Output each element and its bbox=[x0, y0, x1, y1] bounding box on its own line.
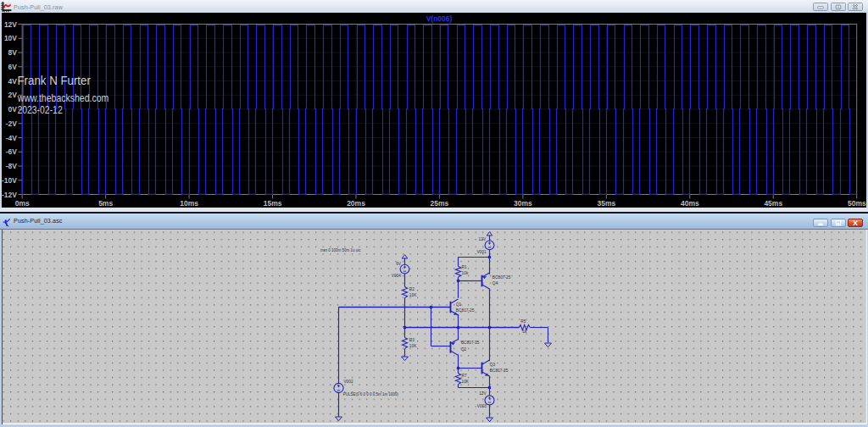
svg-text:V003: V003 bbox=[477, 404, 487, 408]
svg-text:R1: R1 bbox=[462, 265, 467, 269]
svg-text:10k: 10k bbox=[462, 271, 469, 275]
svg-text:0ms: 0ms bbox=[15, 199, 30, 208]
svg-text:15ms: 15ms bbox=[264, 199, 282, 208]
svg-text:4V: 4V bbox=[8, 77, 18, 86]
svg-text:-6V: -6V bbox=[6, 147, 18, 156]
svg-text:BC807-25: BC807-25 bbox=[461, 341, 480, 345]
svg-text:10V: 10V bbox=[4, 34, 17, 42]
svg-text:Q3: Q3 bbox=[490, 363, 496, 367]
svg-text:20ms: 20ms bbox=[347, 199, 365, 208]
svg-text:6V: 6V bbox=[396, 262, 402, 266]
svg-text:-2V: -2V bbox=[6, 119, 18, 128]
svg-text:35ms: 35ms bbox=[597, 199, 615, 208]
svg-text:www.thebackshed.com: www.thebackshed.com bbox=[17, 92, 109, 104]
svg-text:25ms: 25ms bbox=[431, 199, 449, 208]
svg-text:Frank N Furter: Frank N Furter bbox=[18, 75, 92, 87]
svg-text:12V: 12V bbox=[4, 20, 17, 29]
svg-text:2023-02-12: 2023-02-12 bbox=[18, 103, 63, 115]
svg-text:PULSE(0 6 0 0 0 0.5m 1m 1000): PULSE(0 6 0 0 0 0.5m 1m 1000) bbox=[343, 392, 399, 396]
svg-text:8V: 8V bbox=[8, 48, 18, 57]
svg-text:30ms: 30ms bbox=[514, 199, 532, 208]
svg-text:10K: 10K bbox=[409, 293, 417, 297]
svg-text:Q2: Q2 bbox=[461, 347, 467, 352]
svg-text:40ms: 40ms bbox=[681, 199, 699, 208]
svg-text:R3: R3 bbox=[409, 338, 415, 342]
svg-text:-4V: -4V bbox=[6, 134, 18, 142]
svg-text:BC807-25: BC807-25 bbox=[492, 275, 511, 280]
svg-text:V002: V002 bbox=[343, 380, 353, 384]
svg-text:-8V: -8V bbox=[6, 162, 18, 170]
svg-text:10K: 10K bbox=[462, 380, 470, 384]
svg-text:-10V: -10V bbox=[2, 176, 17, 185]
svg-text:Q1: Q1 bbox=[456, 302, 462, 307]
svg-text:-12V: -12V bbox=[2, 191, 17, 199]
svg-text:BC817-25: BC817-25 bbox=[456, 308, 475, 313]
svg-text:10ms: 10ms bbox=[180, 199, 198, 208]
svg-text:R2: R2 bbox=[409, 287, 415, 291]
svg-text:0V: 0V bbox=[8, 105, 18, 114]
svg-text:45ms: 45ms bbox=[764, 199, 782, 208]
svg-text:V(n006): V(n006) bbox=[426, 14, 453, 23]
svg-text:10K: 10K bbox=[409, 344, 417, 348]
svg-text:Q4: Q4 bbox=[492, 281, 498, 286]
svg-text:V001: V001 bbox=[476, 250, 487, 254]
svg-text:1k: 1k bbox=[522, 330, 527, 334]
svg-text:50ms: 50ms bbox=[848, 199, 866, 208]
svg-text:R5: R5 bbox=[520, 319, 526, 324]
svg-text:12V: 12V bbox=[479, 237, 487, 241]
svg-text:5ms: 5ms bbox=[98, 199, 113, 208]
svg-text:.tran 0 100m 50m 1u uic: .tran 0 100m 50m 1u uic bbox=[320, 248, 361, 252]
svg-text:V004: V004 bbox=[392, 274, 402, 278]
svg-text:BC817-25: BC817-25 bbox=[490, 369, 509, 373]
svg-text:6V: 6V bbox=[8, 63, 18, 71]
svg-text:12V: 12V bbox=[479, 391, 487, 396]
svg-text:R7: R7 bbox=[462, 374, 467, 378]
svg-text:2V: 2V bbox=[8, 91, 18, 99]
